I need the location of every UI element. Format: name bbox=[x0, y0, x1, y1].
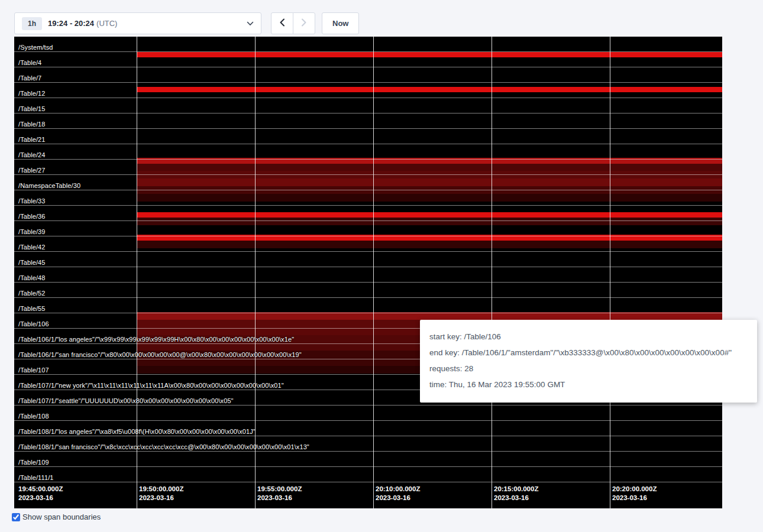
x-axis-time: 20:20:00.000Z bbox=[612, 485, 657, 494]
x-axis-label: 20:20:00.000Z2023-03-16 bbox=[612, 485, 657, 502]
utc-label: (UTC) bbox=[96, 19, 117, 28]
x-axis-date: 2023-03-16 bbox=[18, 494, 63, 502]
x-axis-date: 2023-03-16 bbox=[139, 494, 183, 502]
footer: Show span boundaries bbox=[12, 512, 101, 521]
x-axis-label: 19:50:00.000Z2023-03-16 bbox=[139, 485, 183, 502]
time-window-badge: 1h bbox=[22, 17, 42, 30]
x-axis-label: 20:15:00.000Z2023-03-16 bbox=[494, 485, 538, 502]
x-axis-label: 19:45:00.000Z2023-03-16 bbox=[18, 485, 63, 502]
x-axis-date: 2023-03-16 bbox=[612, 494, 657, 502]
show-span-boundaries-label: Show span boundaries bbox=[22, 512, 101, 521]
x-axis-date: 2023-03-16 bbox=[257, 494, 302, 502]
x-axis-date: 2023-03-16 bbox=[494, 494, 538, 502]
tooltip-end-key: end key: /Table/106/1/"amsterdam"/"\xb33… bbox=[429, 348, 748, 357]
chevron-right-icon bbox=[301, 18, 307, 28]
toolbar: 1h 19:24 - 20:24(UTC) Now bbox=[14, 12, 359, 34]
show-span-boundaries-checkbox[interactable] bbox=[12, 513, 20, 521]
x-axis-time: 19:55:00.000Z bbox=[257, 485, 302, 494]
chevron-down-icon bbox=[247, 21, 254, 26]
tooltip-time: time: Thu, 16 Mar 2023 19:55:00 GMT bbox=[429, 380, 748, 389]
time-nav-group bbox=[271, 12, 315, 34]
x-axis-time: 20:15:00.000Z bbox=[494, 485, 538, 494]
time-range-selector[interactable]: 1h 19:24 - 20:24(UTC) bbox=[14, 12, 261, 34]
x-axis-label: 19:55:00.000Z2023-03-16 bbox=[257, 485, 302, 502]
hover-tooltip: start key: /Table/106 end key: /Table/10… bbox=[420, 320, 757, 403]
keyvis-canvas[interactable]: /System/tsd/Table/4/Table/7/Table/12/Tab… bbox=[14, 37, 722, 508]
chevron-left-icon bbox=[279, 18, 285, 28]
tooltip-start-key: start key: /Table/106 bbox=[429, 332, 748, 341]
time-range-text: 19:24 - 20:24 bbox=[48, 19, 94, 28]
x-axis-layer: 19:45:00.000Z2023-03-1619:50:00.000Z2023… bbox=[14, 37, 722, 508]
x-axis-time: 19:50:00.000Z bbox=[139, 485, 183, 494]
time-range-value: 19:24 - 20:24(UTC) bbox=[48, 19, 117, 28]
next-time-button[interactable] bbox=[293, 12, 315, 34]
x-axis-time: 19:45:00.000Z bbox=[18, 485, 63, 494]
x-axis-label: 20:10:00.000Z2023-03-16 bbox=[376, 485, 420, 502]
x-axis-time: 20:10:00.000Z bbox=[376, 485, 420, 494]
x-axis-date: 2023-03-16 bbox=[376, 494, 420, 502]
prev-time-button[interactable] bbox=[271, 12, 293, 34]
tooltip-requests: requests: 28 bbox=[429, 364, 748, 373]
now-button[interactable]: Now bbox=[322, 12, 359, 34]
